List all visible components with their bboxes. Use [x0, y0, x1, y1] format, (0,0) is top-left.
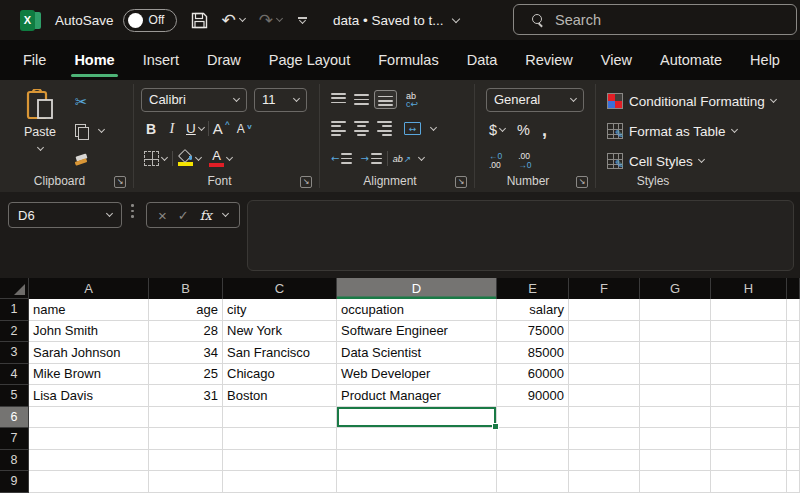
column-header-G[interactable]: G	[640, 278, 711, 299]
merge-center-button[interactable]: ↔	[401, 120, 424, 137]
cell-H8[interactable]	[711, 450, 787, 472]
cell-A6[interactable]	[29, 407, 149, 429]
cell-E5[interactable]: 90000	[497, 385, 569, 407]
cell-C8[interactable]	[223, 450, 337, 472]
cell-A8[interactable]	[29, 450, 149, 472]
cell-A9[interactable]	[29, 471, 149, 493]
cell-E9[interactable]	[497, 471, 569, 493]
cell-E7[interactable]	[497, 428, 569, 450]
tab-help[interactable]: Help	[750, 52, 780, 68]
copy-button[interactable]	[72, 122, 91, 141]
cell-partial-1[interactable]	[787, 299, 800, 321]
font-dialog-launcher[interactable]: ↘	[300, 176, 312, 188]
cell-G4[interactable]	[640, 364, 711, 386]
cell-H1[interactable]	[711, 299, 787, 321]
increase-indent-button[interactable]: →	[357, 151, 384, 166]
bold-button[interactable]: B	[141, 119, 161, 139]
cell-partial-4[interactable]	[787, 364, 800, 386]
top-align-button[interactable]	[328, 91, 349, 108]
cell-G6[interactable]	[640, 407, 711, 429]
cell-partial-2[interactable]	[787, 321, 800, 343]
cell-D5[interactable]: Product Manager	[337, 385, 497, 407]
cell-A3[interactable]: Sarah Johnson	[29, 342, 149, 364]
cell-H2[interactable]	[711, 321, 787, 343]
row-header-6[interactable]: 6	[0, 407, 29, 429]
cell-E1[interactable]: salary	[497, 299, 569, 321]
decrease-decimal-button[interactable]: .00→0	[515, 150, 534, 171]
cell-G7[interactable]	[640, 428, 711, 450]
tab-data[interactable]: Data	[467, 52, 498, 68]
currency-format-button[interactable]: $	[486, 120, 508, 140]
row-header-7[interactable]: 7	[0, 428, 29, 450]
row-header-3[interactable]: 3	[0, 342, 29, 364]
cell-C9[interactable]	[223, 471, 337, 493]
cell-partial-3[interactable]	[787, 342, 800, 364]
chevron-down-icon[interactable]	[430, 123, 437, 130]
align-center-button[interactable]	[351, 119, 372, 138]
format-as-table-button[interactable]: ✎ Format as Table	[605, 116, 739, 146]
cell-D1[interactable]: occupation	[337, 299, 497, 321]
cell-A5[interactable]: Lisa Davis	[29, 385, 149, 407]
cell-B7[interactable]	[149, 428, 223, 450]
cell-A4[interactable]: Mike Brown	[29, 364, 149, 386]
middle-align-button[interactable]	[351, 91, 372, 108]
column-header-C[interactable]: C	[223, 278, 337, 299]
cell-G3[interactable]	[640, 342, 711, 364]
clipboard-dialog-launcher[interactable]: ↘	[114, 176, 126, 188]
cell-A2[interactable]: John Smith	[29, 321, 149, 343]
cell-B2[interactable]: 28	[149, 321, 223, 343]
column-header-H[interactable]: H	[711, 278, 787, 299]
cell-B8[interactable]	[149, 450, 223, 472]
cell-B6[interactable]	[149, 407, 223, 429]
tab-automate[interactable]: Automate	[660, 52, 722, 68]
select-all-corner[interactable]	[0, 278, 29, 299]
undo-button[interactable]: ↶	[222, 10, 245, 30]
cell-styles-button[interactable]: ✎ Cell Styles	[605, 146, 706, 176]
row-header-2[interactable]: 2	[0, 321, 29, 343]
cell-F6[interactable]	[569, 407, 640, 429]
cell-G5[interactable]	[640, 385, 711, 407]
row-header-1[interactable]: 1	[0, 299, 29, 321]
cut-button[interactable]: ✂	[72, 91, 91, 113]
align-right-button[interactable]	[374, 119, 395, 138]
cell-C1[interactable]: city	[223, 299, 337, 321]
save-button[interactable]	[191, 12, 208, 29]
cell-F1[interactable]	[569, 299, 640, 321]
cell-D9[interactable]	[337, 471, 497, 493]
chevron-down-icon[interactable]	[98, 126, 105, 133]
tab-file[interactable]: File	[23, 52, 46, 68]
cell-G8[interactable]	[640, 450, 711, 472]
cell-A7[interactable]	[29, 428, 149, 450]
chevron-down-icon[interactable]	[418, 153, 425, 160]
tab-view[interactable]: View	[601, 52, 632, 68]
cell-C7[interactable]	[223, 428, 337, 450]
column-header-F[interactable]: F	[569, 278, 640, 299]
cell-H9[interactable]	[711, 471, 787, 493]
cell-E4[interactable]: 60000	[497, 364, 569, 386]
search-box[interactable]	[513, 4, 797, 35]
autosave-toggle[interactable]: Off	[123, 9, 177, 32]
cell-H7[interactable]	[711, 428, 787, 450]
increase-decimal-button[interactable]: ←0.00	[486, 150, 505, 171]
cell-H5[interactable]	[711, 385, 787, 407]
cell-E8[interactable]	[497, 450, 569, 472]
name-box[interactable]: D6	[8, 202, 122, 228]
cell-partial-6[interactable]	[787, 407, 800, 429]
cell-D2[interactable]: Software Engineer	[337, 321, 497, 343]
formula-bar-input[interactable]	[247, 200, 794, 271]
cell-B3[interactable]: 34	[149, 342, 223, 364]
row-header-5[interactable]: 5	[0, 385, 29, 407]
cell-F2[interactable]	[569, 321, 640, 343]
paste-button[interactable]: Paste	[14, 89, 66, 150]
tab-insert[interactable]: Insert	[143, 52, 179, 68]
cell-G1[interactable]	[640, 299, 711, 321]
cell-D3[interactable]: Data Scientist	[337, 342, 497, 364]
column-header-E[interactable]: E	[497, 278, 569, 299]
grow-font-button[interactable]: A^	[210, 118, 233, 139]
underline-button[interactable]: U	[183, 119, 207, 138]
search-input[interactable]	[555, 12, 755, 28]
enter-button[interactable]: ✓	[178, 208, 189, 223]
tab-page-layout[interactable]: Page Layout	[269, 52, 350, 68]
cell-partial-8[interactable]	[787, 450, 800, 472]
redo-button[interactable]: ↷	[259, 10, 282, 30]
